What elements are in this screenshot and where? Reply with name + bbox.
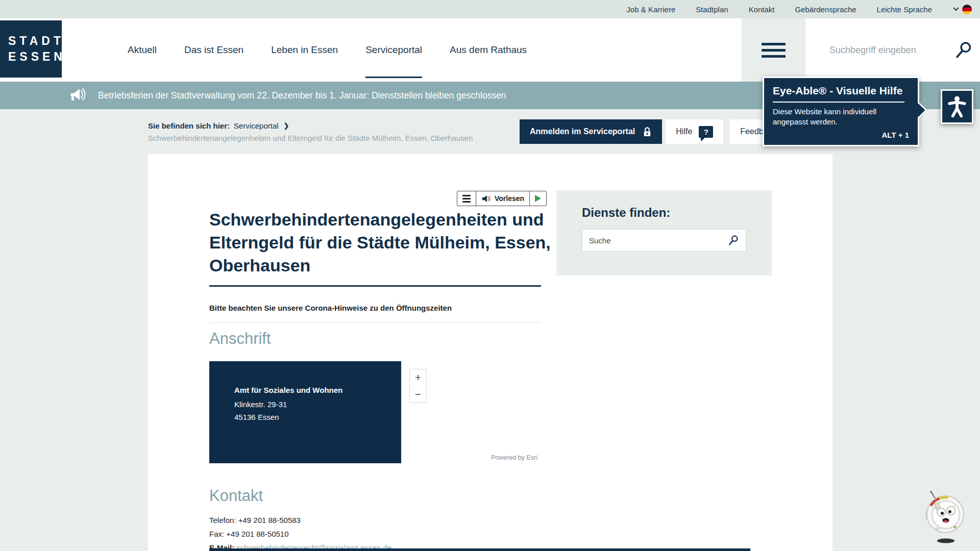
accessibility-widget-button[interactable] <box>941 89 973 124</box>
section-divider <box>209 322 541 323</box>
hamburger-icon <box>762 43 786 58</box>
eye-able-divider <box>773 102 904 103</box>
eye-able-description: Diese Website kann individuell angepasst… <box>773 107 909 127</box>
read-aloud-play-button[interactable] <box>530 191 546 206</box>
nav-item-aus-dem-rathaus[interactable]: Aus dem Rathaus <box>450 18 527 82</box>
map-attribution: Powered by Esri <box>491 454 537 461</box>
fax-label: Fax: <box>209 530 224 538</box>
title-divider <box>209 285 541 287</box>
speaker-icon <box>481 194 491 204</box>
services-search <box>582 229 746 252</box>
eye-able-tooltip: Eye-Able® - Visuelle Hilfe Diese Website… <box>763 77 919 146</box>
topbar-link-leichte-sprache[interactable]: Leichte Sprache <box>877 5 932 14</box>
breadcrumb-current-page: Schwerbehindertenangelegenheiten und Elt… <box>148 134 473 142</box>
contact-fax-row: Fax: +49 201 88-50510 <box>209 527 391 541</box>
logo-line2: ESSEN <box>8 49 62 65</box>
topbar-link-stadtplan[interactable]: Stadtplan <box>696 5 728 14</box>
help-button-label: Hilfe <box>676 127 692 136</box>
read-aloud-menu-button[interactable] <box>457 191 476 206</box>
lock-icon <box>643 127 652 137</box>
breadcrumb-link-serviceportal[interactable]: Serviceportal <box>234 121 279 130</box>
header-search-input[interactable] <box>829 45 939 56</box>
map-street: Klinkestr. 29-31 <box>234 400 287 409</box>
nav-label: Leben in Essen <box>271 44 338 56</box>
top-utility-bar: Job & Karriere Stadtplan Kontakt Gebärde… <box>0 0 980 18</box>
search-icon[interactable] <box>728 235 739 246</box>
chevron-down-icon <box>952 7 960 12</box>
topbar-link-job-karriere[interactable]: Job & Karriere <box>626 5 675 14</box>
phone-label: Telefon: <box>209 516 236 524</box>
topbar-link-kontakt[interactable]: Kontakt <box>749 5 775 14</box>
question-bubble-icon: ? <box>699 126 713 138</box>
login-button-label: Anmelden im Serviceportal <box>530 127 635 136</box>
robot-avatar-icon: ON <box>919 488 970 545</box>
map-city: 45136 Essen <box>234 413 279 421</box>
read-aloud-button[interactable]: Vorlesen <box>476 191 530 206</box>
german-flag-icon <box>962 5 972 14</box>
header-search <box>829 18 973 82</box>
contact-phone-row: Telefon: +49 201 88-50583 <box>209 513 391 527</box>
language-selector[interactable] <box>952 5 972 14</box>
nav-item-leben-in-essen[interactable]: Leben in Essen <box>271 18 338 82</box>
megaphone-icon <box>67 87 86 104</box>
read-aloud-label: Vorlesen <box>495 194 524 203</box>
main-navigation: Aktuell Das ist Essen Leben in Essen Ser… <box>128 18 527 82</box>
address-map[interactable]: Amt für Soziales und Wohnen Klinkestr. 2… <box>209 361 401 463</box>
contact-section-heading: Kontakt <box>209 487 263 505</box>
nav-label: Aus dem Rathaus <box>450 44 527 56</box>
eye-able-title: Eye-Able® - Visuelle Hilfe <box>773 85 909 97</box>
map-zoom-out-button[interactable]: − <box>409 386 427 403</box>
login-serviceportal-button[interactable]: Anmelden im Serviceportal <box>520 119 662 144</box>
services-finder-box: Dienste finden: <box>556 190 772 276</box>
banner-text: Betriebsferien der Stadtverwaltung vom 2… <box>98 90 506 101</box>
address-section-heading: Anschrift <box>209 330 271 348</box>
svg-text:ON: ON <box>936 527 940 530</box>
phone-value: +49 201 88-50583 <box>238 516 301 524</box>
topbar-link-gebaerdensprache[interactable]: Gebärdensprache <box>795 5 856 14</box>
corona-notice: Bitte beachten Sie unsere Corona-Hinweis… <box>209 304 452 312</box>
page-title: Schwerbehindertenangelegenheiten und Elt… <box>209 208 561 277</box>
nav-label: Serviceportal <box>365 44 422 56</box>
fax-value: +49 201 88-50510 <box>226 530 288 538</box>
play-icon <box>535 195 541 202</box>
help-button[interactable]: Hilfe ? <box>666 119 723 144</box>
stadt-essen-logo[interactable]: STADT ESSEN <box>0 20 62 78</box>
breadcrumb-prefix: Sie befinden sich hier: <box>148 121 230 130</box>
nav-label: Das ist Essen <box>184 44 243 56</box>
content-card: Vorlesen Schwerbehindertenangelegenheite… <box>148 154 832 551</box>
site-header: STADT ESSEN Aktuell Das ist Essen Leben … <box>0 18 980 82</box>
next-section-edge <box>209 548 750 551</box>
services-finder-heading: Dienste finden: <box>582 206 772 220</box>
read-aloud-widget: Vorlesen <box>457 191 547 206</box>
search-icon[interactable] <box>954 41 973 59</box>
nav-item-aktuell[interactable]: Aktuell <box>128 18 157 82</box>
map-zoom-in-button[interactable]: + <box>409 369 427 386</box>
nav-label: Aktuell <box>128 44 157 56</box>
contact-details: Telefon: +49 201 88-50583 Fax: +49 201 8… <box>209 513 391 551</box>
accessibility-person-icon <box>946 95 968 118</box>
hamburger-menu-button[interactable] <box>742 18 805 82</box>
logo-line1: STADT <box>8 33 62 49</box>
chevron-right-icon: ❯ <box>284 122 289 130</box>
chatbot-button[interactable]: ON <box>919 488 970 545</box>
services-search-input[interactable] <box>589 236 724 245</box>
nav-item-serviceportal[interactable]: Serviceportal <box>365 18 422 82</box>
map-office-name: Amt für Soziales und Wohnen <box>234 386 342 394</box>
breadcrumb: Sie befinden sich hier: Serviceportal ❯ … <box>148 121 473 142</box>
nav-item-das-ist-essen[interactable]: Das ist Essen <box>184 18 243 82</box>
eye-able-shortcut: ALT + 1 <box>773 131 909 139</box>
list-icon <box>462 195 471 203</box>
